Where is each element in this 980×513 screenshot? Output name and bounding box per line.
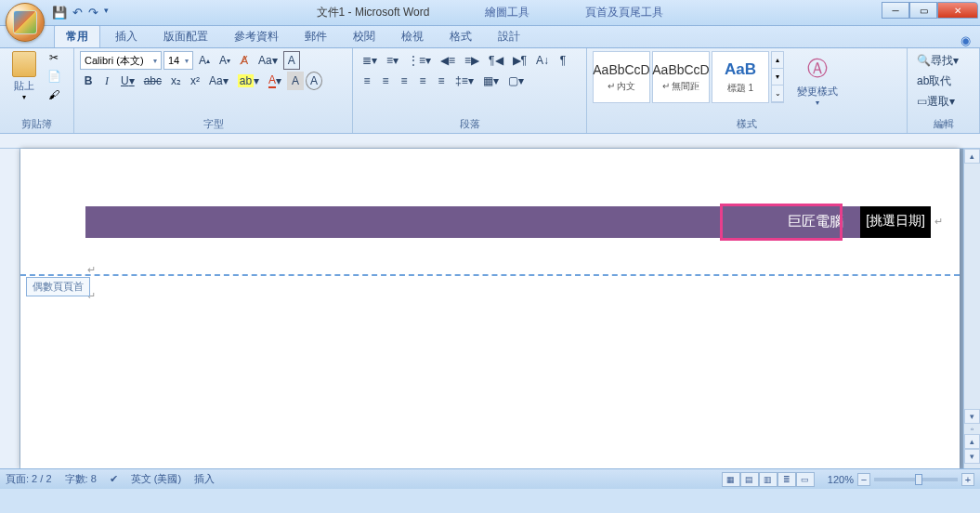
change-case-button[interactable]: Aa▾ (255, 51, 281, 70)
minimize-button[interactable]: ─ (882, 2, 909, 19)
paste-label: 貼上 (14, 79, 34, 93)
tab-insert[interactable]: 插入 (104, 25, 149, 47)
styles-scroll[interactable]: ▴ ▾ ⌄ (771, 51, 784, 103)
page[interactable]: 巨匠電腦 [挑選日期] ↵ ↵ ↵ 偶數頁頁首 (20, 149, 960, 468)
rtl-button[interactable]: ▶¶ (509, 51, 530, 70)
strikethrough-button[interactable]: abc (140, 72, 165, 90)
shading-button[interactable]: ▦▾ (479, 72, 503, 90)
vertical-scrollbar[interactable]: ▴ ▾ ◦ ▴ ▾ (963, 149, 980, 468)
style-no-spacing[interactable]: AaBbCcD ↵ 無間距 (652, 51, 710, 103)
change-styles-button[interactable]: Ⓐ 變更樣式 ▾ (791, 51, 843, 111)
find-button[interactable]: 🔍 尋找▾ (913, 51, 973, 70)
date-picker-placeholder[interactable]: [挑選日期] (860, 206, 931, 238)
zoom-control: 120% − + (828, 473, 974, 486)
undo-icon[interactable]: ↶ (72, 6, 83, 20)
tab-layout[interactable]: 版面配置 (152, 25, 219, 47)
distribute-button[interactable]: ≡ (433, 72, 450, 90)
style-normal[interactable]: AaBbCcD ↵ 內文 (593, 51, 650, 103)
zoom-value[interactable]: 120% (828, 474, 854, 485)
prev-page-icon[interactable]: ▴ (964, 434, 980, 449)
character-border-button[interactable]: A (283, 51, 300, 70)
sort-button[interactable]: A↓ (532, 51, 553, 70)
proofing-icon[interactable]: ✔ (110, 473, 118, 485)
subscript-button[interactable]: x₂ (167, 72, 185, 90)
format-painter-icon[interactable]: 🖌 (46, 88, 62, 105)
justify-button[interactable]: ≡ (414, 72, 431, 90)
qat-dropdown-icon[interactable]: ▾ (104, 6, 109, 20)
tab-format[interactable]: 格式 (438, 25, 483, 47)
decrease-indent-button[interactable]: ◀≡ (437, 51, 459, 70)
print-layout-view[interactable]: ▦ (722, 472, 740, 487)
styles-down-icon[interactable]: ▾ (772, 69, 783, 86)
select-button[interactable]: ▭ 選取▾ (913, 92, 973, 111)
scroll-down-icon[interactable]: ▾ (964, 409, 980, 424)
align-center-button[interactable]: ≡ (377, 72, 394, 90)
align-left-button[interactable]: ≡ (359, 72, 375, 90)
shrink-font-button[interactable]: A▾ (216, 51, 234, 70)
page-count[interactable]: 頁面: 2 / 2 (6, 472, 52, 486)
even-page-header-tag[interactable]: 偶數頁頁首 (26, 277, 90, 296)
tab-review[interactable]: 校閱 (342, 25, 386, 47)
font-size-combo[interactable]: 14▾ (163, 51, 193, 70)
word-count[interactable]: 字數: 8 (65, 472, 97, 486)
bold-button[interactable]: B (80, 72, 97, 90)
language-status[interactable]: 英文 (美國) (131, 472, 181, 486)
browse-object-icon[interactable]: ◦ (964, 424, 980, 434)
close-button[interactable]: ✕ (937, 2, 978, 19)
line-spacing-button[interactable]: ‡≡▾ (451, 72, 477, 90)
multilevel-button[interactable]: ⋮≡▾ (404, 51, 435, 70)
show-marks-button[interactable]: ¶ (555, 51, 571, 70)
zoom-slider[interactable] (874, 478, 958, 481)
styles-more-icon[interactable]: ⌄ (772, 86, 783, 102)
italic-button[interactable]: I (98, 72, 115, 90)
text-effects-button[interactable]: Aa▾ (205, 72, 232, 90)
styles-up-icon[interactable]: ▴ (772, 52, 783, 69)
group-paragraph: ≣▾ ≡▾ ⋮≡▾ ◀≡ ≡▶ ¶◀ ▶¶ A↓ ¶ ≡ ≡ ≡ ≡ ≡ ‡≡▾… (353, 48, 587, 133)
horizontal-ruler[interactable] (0, 134, 980, 149)
replace-button[interactable]: ab 取代 (913, 72, 973, 90)
tab-view[interactable]: 檢視 (390, 25, 435, 47)
superscript-button[interactable]: x² (187, 72, 203, 90)
outline-view[interactable]: ≣ (777, 472, 796, 487)
maximize-button[interactable]: ▭ (909, 2, 937, 19)
zoom-out-button[interactable]: − (857, 473, 870, 486)
scroll-up-icon[interactable]: ▴ (964, 149, 980, 164)
change-styles-icon: Ⓐ (807, 55, 828, 83)
zoom-in-button[interactable]: + (961, 473, 974, 486)
grow-font-button[interactable]: A▴ (195, 51, 214, 70)
increase-indent-button[interactable]: ≡▶ (461, 51, 483, 70)
borders-button[interactable]: ▢▾ (504, 72, 528, 90)
pilcrow-icon: ↵ (934, 216, 943, 238)
align-right-button[interactable]: ≡ (396, 72, 412, 90)
copy-icon[interactable]: 📄 (46, 70, 62, 86)
numbering-button[interactable]: ≡▾ (383, 51, 402, 70)
style-heading-1[interactable]: AaB 標題 1 (712, 51, 769, 103)
tab-home[interactable]: 常用 (54, 24, 100, 47)
help-icon[interactable]: ◉ (960, 33, 971, 47)
vertical-ruler[interactable] (0, 149, 20, 468)
paste-icon (12, 51, 36, 77)
highlight-button[interactable]: ab▾ (234, 72, 263, 90)
cut-icon[interactable]: ✂ (46, 51, 62, 68)
insert-mode[interactable]: 插入 (194, 472, 215, 486)
web-layout-view[interactable]: ▥ (759, 472, 777, 487)
clear-formatting-button[interactable]: A̸ (236, 51, 253, 70)
font-name-combo[interactable]: Calibri (本文)▾ (80, 51, 162, 70)
tab-mailings[interactable]: 郵件 (294, 25, 338, 47)
tab-design[interactable]: 設計 (487, 25, 531, 47)
bullets-button[interactable]: ≣▾ (359, 51, 381, 70)
draft-view[interactable]: ▭ (796, 472, 815, 487)
save-icon[interactable]: 💾 (52, 6, 67, 20)
char-shading-button[interactable]: A (287, 72, 304, 90)
font-color-button[interactable]: A▾ (265, 72, 285, 90)
underline-button[interactable]: U▾ (117, 72, 138, 90)
paste-button[interactable]: 貼上 ▾ (6, 51, 43, 105)
tab-references[interactable]: 參考資料 (223, 25, 290, 47)
fullscreen-view[interactable]: ▤ (740, 472, 759, 487)
ltr-button[interactable]: ¶◀ (485, 51, 506, 70)
enclose-char-button[interactable]: A (306, 72, 322, 90)
redo-icon[interactable]: ↷ (88, 6, 98, 20)
next-page-icon[interactable]: ▾ (964, 449, 980, 464)
office-button[interactable] (6, 3, 45, 42)
header-content[interactable]: 巨匠電腦 [挑選日期] ↵ (85, 206, 943, 238)
